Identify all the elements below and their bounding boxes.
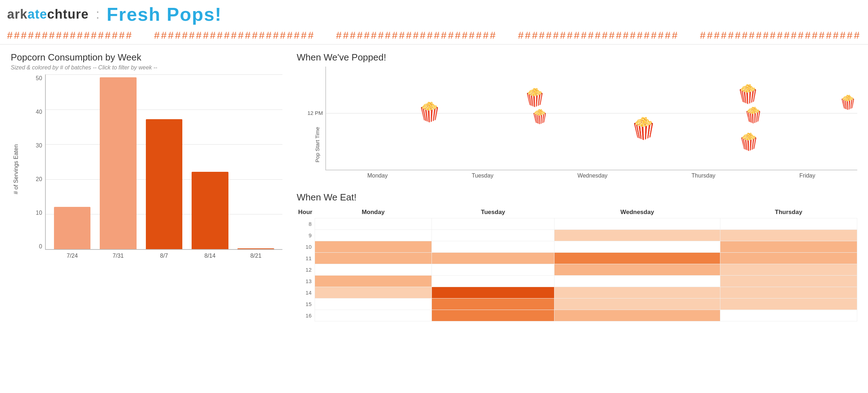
heatmap-hour-cell: 10	[297, 241, 315, 253]
heatmap-col-tuesday: Tuesday	[432, 207, 554, 218]
heatmap-data-cell[interactable]	[554, 264, 720, 276]
heatmap-hour-cell: 8	[297, 218, 315, 230]
heatmap-data-cell[interactable]	[720, 299, 857, 310]
bubble-thursday-2: 🍿	[744, 108, 763, 123]
heatmap-data-cell[interactable]	[720, 253, 857, 264]
heatmap-row: 10	[297, 241, 857, 253]
heatmap-data-cell[interactable]	[554, 230, 720, 241]
page-title: Fresh Pops!	[107, 4, 222, 25]
heatmap-hour-cell: 11	[297, 253, 315, 264]
heatmap-data-cell[interactable]	[432, 276, 554, 287]
bubble-thursday-1: 🍿	[737, 85, 759, 103]
heatmap-body: 8910111213141516	[297, 218, 857, 321]
right-panel: When We've Popped! Pop Start Time 12 PM …	[297, 52, 857, 321]
bar-group-821[interactable]: 8/21	[233, 74, 279, 249]
heatmap-data-cell[interactable]	[720, 241, 857, 253]
bar-group-731[interactable]: 7/31	[95, 74, 141, 249]
heatmap-data-cell[interactable]	[554, 310, 720, 321]
heatmap-data-cell[interactable]	[315, 241, 432, 253]
heatmap-col-hour: Hour	[297, 207, 315, 218]
heatmap-hour-cell: 14	[297, 287, 315, 299]
heatmap-hour-cell: 15	[297, 299, 315, 310]
heatmap-data-cell[interactable]	[315, 287, 432, 299]
logo-ark: ark	[7, 7, 28, 21]
heatmap-data-cell[interactable]	[432, 299, 554, 310]
bubble-wednesday-1: 🍿	[631, 118, 656, 139]
bar-731[interactable]	[100, 77, 137, 249]
heatmap-data-cell[interactable]	[432, 287, 554, 299]
scatter-section: When We've Popped! Pop Start Time 12 PM …	[297, 52, 857, 185]
bubble-friday-1: 🍿	[839, 96, 856, 109]
bar-label-87: 8/7	[160, 253, 168, 259]
y-axis-title: # of Servings Eaten	[13, 144, 19, 194]
bar-group-87[interactable]: 8/7	[141, 74, 187, 249]
main-content: Popcorn Consumption by Week Sized & colo…	[0, 45, 868, 329]
heatmap-col-wednesday: Wednesday	[554, 207, 720, 218]
heatmap-data-cell[interactable]	[315, 218, 432, 230]
heatmap-table: Hour Monday Tuesday Wednesday Thursday 8…	[297, 207, 857, 321]
heatmap-data-cell[interactable]	[315, 310, 432, 321]
hash-decoration: ################## #####################…	[0, 30, 868, 41]
heatmap-data-cell[interactable]	[720, 310, 857, 321]
scatter-x-axis: Monday Tuesday Wednesday Thursday Friday	[325, 170, 857, 181]
bar-821[interactable]	[237, 248, 274, 249]
heatmap-data-cell[interactable]	[315, 299, 432, 310]
heatmap-data-cell[interactable]	[315, 264, 432, 276]
scatter-chart-area: 12 PM 🍿 🍿 🍿 🍿 🍿 🍿	[325, 67, 857, 170]
heatmap-row: 15	[297, 299, 857, 310]
heatmap-section: When We Eat! Hour Monday Tuesday Wednesd…	[297, 192, 857, 321]
heatmap-data-cell[interactable]	[720, 264, 857, 276]
heatmap-col-monday: Monday	[315, 207, 432, 218]
heatmap-hour-cell: 9	[297, 230, 315, 241]
bar-814[interactable]	[192, 172, 228, 249]
bar-group-724[interactable]: 7/24	[49, 74, 95, 249]
heatmap-hour-cell: 16	[297, 310, 315, 321]
bar-724[interactable]	[54, 207, 91, 249]
header-colon: :	[96, 7, 99, 22]
heatmap-hour-cell: 12	[297, 264, 315, 276]
bar-87[interactable]	[146, 119, 183, 249]
heatmap-data-cell[interactable]	[720, 218, 857, 230]
heatmap-row: 11	[297, 253, 857, 264]
heatmap-data-cell[interactable]	[554, 287, 720, 299]
heatmap-row: 12	[297, 264, 857, 276]
heatmap-data-cell[interactable]	[720, 230, 857, 241]
scatter-y-label: Pop Start Time	[314, 127, 320, 162]
heatmap-data-cell[interactable]	[554, 241, 720, 253]
scatter-title: When We've Popped!	[297, 52, 857, 63]
heatmap-data-cell[interactable]	[315, 253, 432, 264]
bar-label-724: 7/24	[66, 253, 78, 259]
bar-chart-title: Popcorn Consumption by Week	[11, 52, 282, 63]
y-tick-10: 10	[36, 210, 42, 216]
heatmap-row: 8	[297, 218, 857, 230]
bar-group-814[interactable]: 8/14	[187, 74, 233, 249]
heatmap-data-cell[interactable]	[554, 299, 720, 310]
y-axis: 50 40 30 20 10 0	[36, 74, 42, 250]
heatmap-data-cell[interactable]	[432, 310, 554, 321]
heatmap-data-cell[interactable]	[432, 253, 554, 264]
heatmap-data-cell[interactable]	[554, 218, 720, 230]
heatmap-data-cell[interactable]	[432, 230, 554, 241]
heatmap-data-cell[interactable]	[554, 276, 720, 287]
heatmap-header-row: Hour Monday Tuesday Wednesday Thursday	[297, 207, 857, 218]
heatmap-data-cell[interactable]	[554, 253, 720, 264]
heatmap-hour-cell: 13	[297, 276, 315, 287]
heatmap-data-cell[interactable]	[720, 276, 857, 287]
heatmap-row: 14	[297, 287, 857, 299]
bubble-thursday-3: 🍿	[739, 134, 759, 150]
heatmap-title: When We Eat!	[297, 192, 857, 203]
bubble-tuesday-1: 🍿	[524, 89, 546, 106]
left-panel: Popcorn Consumption by Week Sized & colo…	[11, 52, 282, 321]
heatmap-data-cell[interactable]	[432, 218, 554, 230]
scatter-x-wednesday: Wednesday	[577, 173, 607, 179]
heatmap-data-cell[interactable]	[315, 276, 432, 287]
scatter-x-friday: Friday	[799, 173, 815, 179]
y-tick-40: 40	[36, 109, 42, 115]
heatmap-data-cell[interactable]	[315, 230, 432, 241]
heatmap-row: 13	[297, 276, 857, 287]
heatmap-col-thursday: Thursday	[720, 207, 857, 218]
heatmap-data-cell[interactable]	[720, 287, 857, 299]
heatmap-data-cell[interactable]	[432, 241, 554, 253]
y-tick-0: 0	[39, 243, 42, 250]
heatmap-data-cell[interactable]	[432, 264, 554, 276]
